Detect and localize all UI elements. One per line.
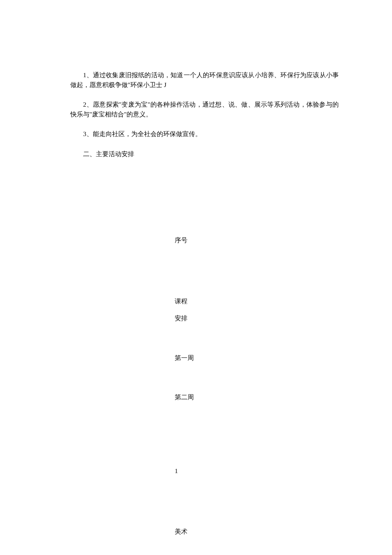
list-week-2: 第二周	[70, 392, 339, 402]
list-header-arrange: 安排	[70, 314, 339, 323]
list-header-serial: 序号	[70, 235, 339, 245]
list-header-course: 课程	[70, 296, 339, 306]
paragraph-2: 2、愿意探索"变废为宝"的各种操作活动，通过想、说、做、展示等系列活动，体验参与…	[70, 100, 339, 119]
list-subject-art: 美术	[70, 527, 339, 537]
paragraph-3: 3、能走向社区，为全社会的环保做宣传。	[70, 129, 339, 139]
paragraph-1: 1、通过收集废旧报纸的活动，知道一个人的环保意识应该从小培养、环保行为应该从小事…	[70, 70, 339, 90]
paragraph-4: 二、主要活动安排	[70, 149, 339, 159]
list-row-number: 1	[70, 466, 339, 476]
list-week-1: 第一周	[70, 353, 339, 363]
